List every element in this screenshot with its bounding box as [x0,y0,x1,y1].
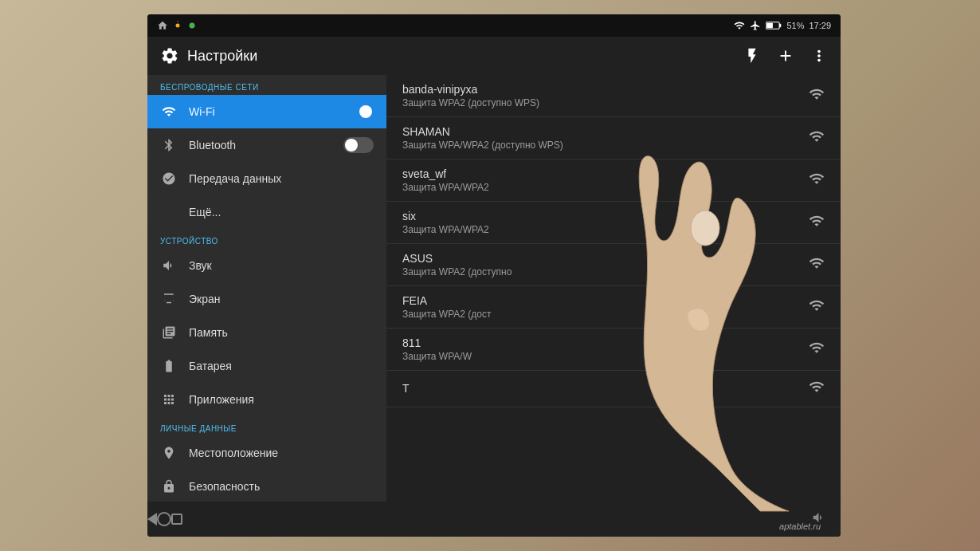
content-area: БЕСПРОВОДНЫЕ СЕТИ Wi-Fi [147,75,841,502]
watermark: aptablet.ru [779,521,821,531]
wifi-item-info: ASUS Защита WPA2 (доступно [402,252,809,277]
wifi-network-name: FEIA [402,294,809,307]
wifi-network-item[interactable]: ASUS Защита WPA2 (доступно [386,244,841,286]
wifi-security-text: Защита WPA/WPA2 [402,224,809,235]
svg-point-2 [190,23,195,29]
bluetooth-label: Bluetooth [189,139,332,152]
sidebar-item-more[interactable]: Ещё... [147,195,386,229]
sound-nav-icon [160,257,178,274]
wifi-signal-icon [809,128,825,148]
sidebar-item-storage[interactable]: Память [147,316,386,349]
wifi-item-info: 811 Защита WPA/W [402,337,809,362]
sidebar-item-security[interactable]: Безопасность [147,470,386,502]
home-button[interactable] [157,512,171,526]
svg-rect-4 [780,24,782,27]
wifi-nav-icon [160,103,178,120]
bottom-nav [147,502,841,537]
display-label: Экран [189,293,374,305]
wifi-item-info: sveta_wf Защита WPA/WPA2 [402,167,809,193]
wifi-network-name: SHAMAN [402,125,809,138]
sidebar-item-wifi[interactable]: Wi-Fi [147,95,386,128]
wifi-network-name: ASUS [402,252,809,265]
status-bar-right: 51% 17:29 [734,20,831,31]
status-battery-icon [766,21,782,30]
device-section-header: УСТРОЙСТВО [147,229,386,249]
wifi-network-item[interactable]: banda-vinipyxa Защита WPA2 (доступно WPS… [386,75,841,117]
wifi-security-text: Защита WPA/WPA2 (доступно WPS) [402,140,809,151]
sun-icon [173,21,182,30]
wifi-signal-icon [809,255,825,275]
sidebar-item-apps[interactable]: Приложения [147,383,386,416]
wifi-network-item[interactable]: six Защита WPA/WPA2 [386,202,841,244]
svg-rect-5 [767,23,774,28]
data-nav-icon [160,170,178,187]
more-nav-icon [160,203,178,221]
wifi-signal-icon [809,379,825,399]
wifi-toggle[interactable] [343,104,374,120]
settings-gear-icon [160,46,179,65]
battery-percent: 51% [786,21,804,30]
sidebar: БЕСПРОВОДНЫЕ СЕТИ Wi-Fi [147,75,386,502]
wifi-signal-icon [809,340,825,360]
bluetooth-toggle[interactable] [343,137,374,153]
back-button[interactable] [147,513,157,525]
wifi-network-item[interactable]: 811 Защита WPA/W [386,329,841,371]
flash-icon[interactable] [743,47,761,65]
location-nav-icon [160,444,178,462]
wifi-security-text: Защита WPA/WPA2 [402,182,809,193]
wifi-network-item[interactable]: sveta_wf Защита WPA/WPA2 [386,159,841,202]
wifi-security-text: Защита WPA/W [402,351,809,362]
status-wifi-icon [734,20,745,31]
dot-icon [187,21,197,30]
wifi-signal-icon [809,213,825,233]
svg-point-0 [176,24,180,28]
wifi-network-name: banda-vinipyxa [402,83,809,96]
app-bar-title-area: Настройки [160,46,743,65]
wifi-label: Wi-Fi [189,105,332,118]
sidebar-item-battery[interactable]: Батарея [147,349,386,383]
sidebar-item-data[interactable]: Передача данных [147,162,386,195]
bluetooth-nav-icon [160,136,178,154]
app-title-text: Настройки [187,48,257,65]
add-icon[interactable] [777,47,794,65]
wifi-network-name: sveta_wf [402,167,809,180]
status-airplane-icon [750,20,761,31]
wifi-network-item[interactable]: FEIA Защита WPA2 (дост [386,286,841,329]
wifi-network-item[interactable]: SHAMAN Защита WPA/WPA2 (доступно WPS) [386,117,841,159]
wifi-network-name: six [402,210,809,222]
sidebar-item-sound[interactable]: Звук [147,249,386,282]
data-label: Передача данных [189,172,374,185]
personal-section-header: ЛИЧНЫЕ ДАННЫЕ [147,416,386,436]
wifi-item-info: banda-vinipyxa Защита WPA2 (доступно WPS… [402,83,809,108]
wifi-item-info: SHAMAN Защита WPA/WPA2 (доступно WPS) [402,125,809,151]
wifi-security-text: Защита WPA2 (доступно WPS) [402,97,809,108]
status-bar-left [157,20,197,31]
location-label: Местоположение [189,447,374,459]
status-bar: 51% 17:29 [147,14,841,37]
storage-label: Память [189,326,374,339]
wifi-security-text: Защита WPA2 (дост [402,309,809,320]
wifi-item-info: T [402,382,809,396]
time-display: 17:29 [809,21,831,30]
wifi-network-item[interactable]: T [386,371,841,407]
sidebar-item-location[interactable]: Местоположение [147,436,386,470]
display-nav-icon [160,290,178,308]
tablet-screen: 51% 17:29 Настройки [147,14,841,537]
wifi-network-list: banda-vinipyxa Защита WPA2 (доступно WPS… [386,75,841,502]
wireless-section-header: БЕСПРОВОДНЫЕ СЕТИ [147,75,386,95]
sidebar-item-display[interactable]: Экран [147,282,386,316]
recents-button[interactable] [171,514,182,525]
more-vertical-icon[interactable] [810,47,828,65]
wifi-security-text: Защита WPA2 (доступно [402,266,809,277]
apps-nav-icon [160,391,178,408]
storage-nav-icon [160,324,178,341]
wifi-signal-icon [809,171,825,191]
wifi-item-info: FEIA Защита WPA2 (дост [402,294,809,320]
wifi-signal-icon [809,86,825,106]
app-bar: Настройки [147,37,841,75]
battery-nav-icon [160,357,178,375]
sidebar-item-bluetooth[interactable]: Bluetooth [147,128,386,162]
wifi-item-info: six Защита WPA/WPA2 [402,210,809,235]
battery-label: Батарея [189,360,374,372]
wifi-signal-icon [809,297,825,317]
